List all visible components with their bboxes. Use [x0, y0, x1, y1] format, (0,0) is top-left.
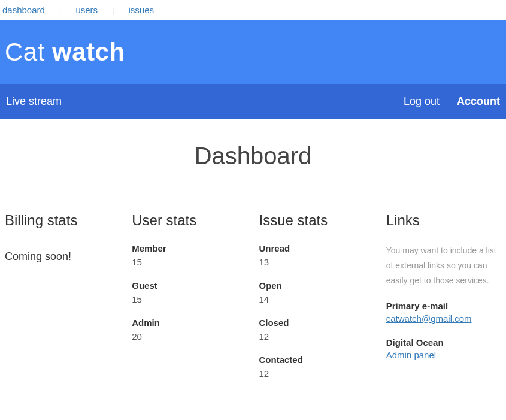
issue-open-value: 14 [259, 294, 374, 304]
user-stats-column: User stats Member 15 Guest 15 Admin 20 [132, 212, 247, 392]
divider [5, 188, 501, 188]
issue-closed-value: 12 [259, 331, 374, 342]
issue-closed-label: Closed [259, 318, 374, 328]
links-email-link[interactable]: catwatch@gmail.com [386, 313, 472, 324]
nav-link-issues[interactable]: issues [129, 5, 154, 15]
dashboard-columns: Billing stats Coming soon! User stats Me… [5, 212, 501, 392]
user-guest-label: Guest [132, 280, 247, 291]
nav-separator: | [112, 7, 114, 15]
issue-unread-label: Unread [259, 243, 374, 253]
brand-title: Cat watch [5, 38, 506, 67]
links-do-label: Digital Ocean [386, 337, 501, 348]
issue-stats-heading: Issue stats [259, 212, 374, 229]
user-stats-heading: User stats [132, 212, 247, 229]
subnav-logout[interactable]: Log out [404, 95, 440, 107]
nav-link-users[interactable]: users [75, 5, 98, 15]
user-admin-label: Admin [132, 318, 247, 328]
billing-heading: Billing stats [5, 212, 120, 229]
user-member-label: Member [132, 243, 247, 253]
billing-stats-column: Billing stats Coming soon! [5, 212, 120, 392]
issue-contacted-value: 12 [259, 368, 374, 379]
issue-contacted-label: Contacted [259, 355, 374, 365]
issue-open-label: Open [259, 280, 374, 291]
nav-separator: | [59, 7, 61, 15]
links-column: Links You may want to include a list of … [386, 212, 501, 392]
billing-coming-soon: Coming soon! [5, 250, 120, 263]
brand-prefix: Cat [5, 38, 52, 66]
links-description: You may want to include a list of extern… [386, 243, 501, 289]
subnav-live-stream[interactable]: Live stream [6, 95, 62, 107]
nav-link-dashboard[interactable]: dashboard [2, 5, 45, 15]
issue-stats-column: Issue stats Unread 13 Open 14 Closed 12 … [259, 212, 374, 392]
links-email-label: Primary e-mail [386, 301, 501, 311]
links-heading: Links [386, 212, 501, 229]
issue-unread-value: 13 [259, 257, 374, 267]
main-content: Dashboard Billing stats Coming soon! Use… [0, 143, 506, 392]
header: Cat watch [0, 20, 506, 84]
subnav-account[interactable]: Account [457, 95, 500, 107]
user-guest-value: 15 [132, 294, 247, 304]
user-admin-value: 20 [132, 331, 247, 342]
brand-bold: watch [52, 38, 125, 66]
subnav: Live stream Log out Account [0, 84, 506, 119]
top-nav: dashboard | users | issues [0, 0, 506, 20]
links-do-link[interactable]: Admin panel [386, 350, 436, 360]
page-title: Dashboard [5, 143, 501, 170]
user-member-value: 15 [132, 257, 247, 267]
